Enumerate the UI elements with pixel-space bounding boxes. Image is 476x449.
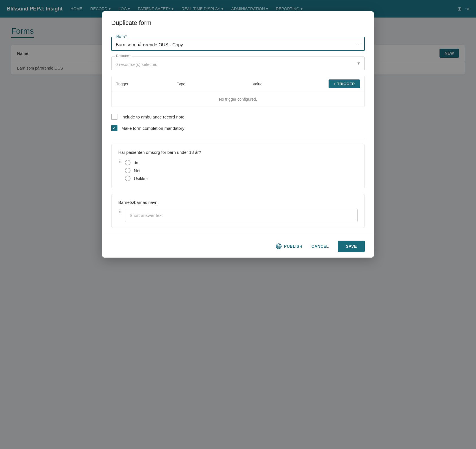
trigger-col-value: Value [253,82,329,86]
no-trigger-text: No trigger configured. [112,92,364,107]
more-options-icon[interactable]: ⋯ [356,41,361,47]
resource-label: Resource [115,54,132,58]
duplicate-form-modal: Duplicate form Name* ⋯ Resource 0 resour… [102,11,374,258]
radio-ja-label: Ja [134,160,138,165]
question-2-card: Barnets/barnas navn: ⠿ Short answer text [111,194,365,228]
drag-handle-icon[interactable]: ⠿ [118,159,122,165]
globe-icon [276,243,282,249]
resource-select[interactable]: Resource 0 resource(s) selected ▼ [111,57,365,70]
publish-label: PUBLISH [284,244,303,249]
question-2-inner: Barnets/barnas navn: ⠿ Short answer text [112,194,364,228]
name-field-wrapper: Name* ⋯ [111,37,365,51]
drag-handle-2-icon[interactable]: ⠿ [118,209,122,215]
dropdown-arrow-icon: ▼ [357,61,361,66]
trigger-header-row: Trigger Type Value + TRIGGER [112,76,364,92]
radio-nei[interactable] [125,168,130,173]
checkbox-ambulance-row: Include to ambulance record note [111,114,365,120]
trigger-col-type: Type [177,82,253,86]
question-1-card: Har pasienten omsorg for barn under 18 å… [111,144,365,188]
checkbox-mandatory-row: Make form completion mandatory [111,125,365,131]
modal-header: Duplicate form [102,11,374,31]
question-1-inner: Har pasienten omsorg for barn under 18 å… [112,144,364,188]
radio-usikker-label: Usikker [134,176,148,181]
save-button[interactable]: SAVE [338,241,365,252]
question-2-answer-area: ⠿ Short answer text [118,209,358,222]
checkbox-ambulance-label: Include to ambulance record note [121,115,185,119]
modal-title: Duplicate form [111,19,365,27]
radio-ja[interactable] [125,160,130,165]
question-2-title: Barnets/barnas navn: [118,200,358,205]
name-input[interactable] [116,42,360,48]
name-field-label: Name* [115,34,128,38]
radio-option-usikker: Usikker [125,174,358,182]
modal-body: Name* ⋯ Resource 0 resource(s) selected … [102,31,374,235]
radio-nei-label: Nei [134,168,140,173]
short-answer-text: Short answer text [125,209,358,222]
add-trigger-button[interactable]: + TRIGGER [329,79,360,88]
radio-option-ja: Ja [125,159,358,167]
question-2-answer: Short answer text [125,209,358,222]
question-1-title: Har pasienten omsorg for barn under 18 å… [118,150,358,155]
question-1-options-area: ⠿ Ja Nei Usik [118,159,358,182]
trigger-section: Trigger Type Value + TRIGGER No trigger … [111,76,365,107]
modal-footer: PUBLISH CANCEL SAVE [102,235,374,258]
radio-usikker[interactable] [125,176,130,181]
publish-button[interactable]: PUBLISH [276,243,303,249]
modal-overlay: Duplicate form Name* ⋯ Resource 0 resour… [0,0,476,449]
checkbox-mandatory-label: Make form completion mandatory [121,126,185,131]
resource-value: 0 resource(s) selected [115,62,157,67]
trigger-col-trigger: Trigger [116,82,177,86]
radio-option-nei: Nei [125,167,358,174]
checkbox-mandatory[interactable] [111,125,117,131]
cancel-button[interactable]: CANCEL [307,241,333,251]
checkbox-ambulance[interactable] [111,114,117,120]
question-1-options: Ja Nei Usikker [125,159,358,182]
